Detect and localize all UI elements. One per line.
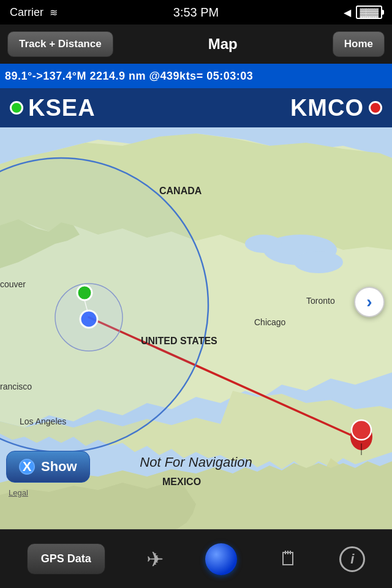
wifi-icon: ≋ [50, 7, 58, 18]
plane-icon: ✈ [146, 547, 164, 571]
origin-airport: KSEA [10, 95, 96, 121]
legal-link[interactable]: Legal [9, 488, 28, 497]
battery-icon: ▓▓▓ [356, 6, 382, 19]
origin-pin-dot [10, 101, 23, 115]
location-icon: ◀ [344, 7, 351, 18]
info-bar: 89.1°->137.4°M 2214.9 nm @439kts= 05:03:… [0, 64, 392, 88]
map-area[interactable]: CANADA UNITED STATES MEXICO Chicago Toro… [0, 127, 392, 532]
nav-notice: Not For Navigation [140, 454, 252, 470]
nav-arrow-button[interactable]: › [354, 287, 385, 317]
dest-airport: KMCO [290, 95, 382, 121]
info-icon: i [339, 546, 365, 572]
tab-paper[interactable]: 🗒 [279, 548, 298, 570]
svg-point-3 [294, 251, 343, 273]
origin-airport-code: KSEA [28, 95, 96, 121]
chevron-right-icon: › [366, 292, 372, 312]
tab-plane[interactable]: ✈ [146, 547, 164, 571]
svg-point-9 [80, 311, 97, 328]
globe-icon [205, 543, 237, 575]
status-bar: Carrier ≋ 3:53 PM ◀ ▓▓▓ [0, 0, 392, 24]
paper-icon: 🗒 [279, 548, 298, 570]
dest-pin-dot [369, 101, 382, 115]
x-icon: X [19, 459, 35, 475]
gps-data-button[interactable]: GPS Data [27, 543, 105, 575]
svg-point-11 [352, 420, 371, 440]
carrier-label: Carrier [10, 6, 43, 19]
home-button[interactable]: Home [333, 31, 385, 57]
svg-point-2 [245, 235, 282, 253]
tab-gps-data[interactable]: GPS Data [27, 543, 105, 575]
time-label: 3:53 PM [173, 6, 219, 19]
svg-point-7 [77, 285, 92, 300]
flight-info-text: 89.1°->137.4°M 2214.9 nm @439kts= 05:03:… [5, 70, 253, 83]
show-button[interactable]: X Show [6, 451, 90, 483]
tab-info[interactable]: i [339, 546, 365, 572]
track-distance-button[interactable]: Track + Distance [7, 31, 113, 57]
airport-bar: KSEA KMCO [0, 88, 392, 127]
toolbar: Track + Distance Map Home [0, 24, 392, 64]
tab-bar: GPS Data ✈ 🗒 i [0, 529, 392, 588]
show-label: Show [41, 459, 77, 475]
page-title: Map [208, 36, 238, 53]
dest-airport-code: KMCO [290, 95, 364, 121]
tab-globe[interactable] [205, 543, 237, 575]
